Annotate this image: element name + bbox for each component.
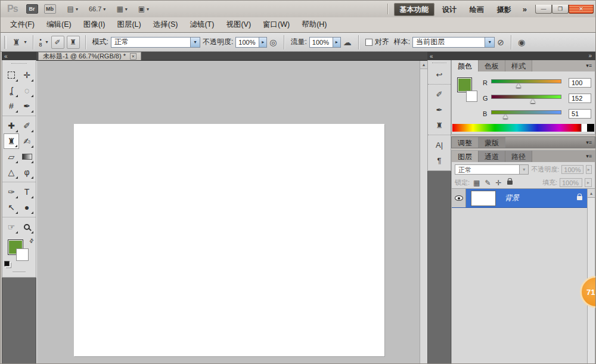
channel-value-R[interactable]: 100 [569, 78, 591, 88]
history-panel-icon[interactable]: ↩ [428, 67, 451, 82]
arrange-documents-button[interactable]: ▦ ▾ [116, 5, 127, 13]
menu-item-0[interactable]: 文件(F) [4, 17, 41, 32]
channel-slider-B[interactable] [491, 108, 561, 119]
workspace-button-3[interactable]: 摄影 [492, 4, 517, 15]
brush-panel-icon[interactable]: ✐ [428, 86, 451, 102]
menu-item-3[interactable]: 图层(L) [111, 17, 147, 32]
layer-blend-mode-select[interactable]: 正常 ▾ [455, 164, 529, 175]
tab-0-color-tabs[interactable]: 颜色 [452, 60, 479, 71]
panel-menu-icon[interactable]: ▾≡ [583, 60, 595, 71]
brush-preset-picker[interactable]: • 8 [39, 38, 42, 47]
blur-tool[interactable]: △ [4, 164, 19, 180]
lock-all-icon[interactable] [507, 181, 513, 185]
type-tool[interactable]: T [19, 184, 35, 200]
workspace-button-1[interactable]: 设计 [437, 4, 462, 15]
screen-mode-button[interactable]: ▣ ▾ [138, 5, 149, 13]
layer-row-background[interactable]: 背景 [452, 189, 587, 208]
menu-item-8[interactable]: 帮助(H) [296, 17, 333, 32]
pressure-size-icon[interactable]: ◉ [518, 38, 525, 47]
history-brush-tool[interactable]: ✍ [19, 133, 35, 149]
minimize-button[interactable]: — [535, 5, 552, 14]
tab-2-color-tabs[interactable]: 样式 [505, 60, 532, 71]
lock-transparency-icon[interactable]: ▦ [473, 179, 480, 187]
tab-masks[interactable]: 蒙版 [479, 137, 505, 148]
opacity-field[interactable]: 100% ▸ [235, 37, 267, 48]
pen-tool[interactable]: ✑ [4, 184, 19, 200]
lasso-tool[interactable]: ʆ [4, 83, 19, 98]
background-color-swatch[interactable] [466, 91, 477, 102]
channel-slider-G[interactable] [491, 93, 561, 104]
workspace-button-2[interactable]: 绘画 [464, 4, 489, 15]
minibridge-launch-button[interactable]: Mb [44, 4, 56, 14]
restore-button[interactable]: ❐ [552, 5, 569, 14]
close-button[interactable]: ✕ [569, 5, 594, 14]
close-icon[interactable]: ✕ [130, 53, 136, 60]
fill-value[interactable]: 100% [560, 178, 582, 187]
document-tab[interactable]: 未标题-1 @ 66.7%(RGB/8) * ✕ [38, 52, 141, 60]
default-colors-icon[interactable] [4, 261, 10, 266]
ellipse-tool[interactable]: ● [19, 200, 35, 215]
menu-item-4[interactable]: 选择(S) [147, 17, 184, 32]
layer-thumbnail[interactable] [471, 191, 496, 206]
lock-paint-icon[interactable]: ✎ [485, 179, 491, 187]
layer-opacity-value[interactable]: 100% [561, 165, 583, 174]
panels-header[interactable]: » [451, 52, 595, 60]
panel-launcher-button[interactable]: ▤ ▾ [67, 5, 78, 13]
canvas[interactable] [74, 124, 384, 356]
tab-2-layers-tabs[interactable]: 路径 [505, 151, 532, 162]
gradient-tool[interactable] [19, 149, 35, 164]
tool-presets-panel-icon[interactable]: ✒ [428, 102, 451, 117]
flow-field[interactable]: 100% ▸ [309, 37, 341, 48]
aligned-checkbox[interactable] [365, 39, 372, 46]
zoom-level-control[interactable]: 66.7 ▾ [89, 5, 105, 13]
paragraph-panel-icon[interactable]: ¶ [428, 153, 451, 168]
scroll-up-icon[interactable]: ▴ [588, 189, 595, 198]
airbrush-toggle-icon[interactable]: ☁ [343, 38, 352, 47]
tab-adjustments[interactable]: 调整 [452, 137, 479, 148]
white-swatch[interactable] [581, 124, 587, 132]
spot-healing-brush-tool[interactable]: ✚ [4, 118, 19, 133]
tools-panel-header[interactable]: « [2, 52, 36, 60]
document-scrollbar[interactable]: ▴ [420, 61, 427, 364]
menu-item-6[interactable]: 视图(V) [220, 17, 257, 32]
workspace-button-0[interactable]: 基本功能 [394, 3, 434, 16]
clone-source-panel-icon[interactable]: ♜ [428, 117, 451, 133]
pressure-opacity-icon[interactable]: ◎ [269, 38, 277, 47]
hand-tool[interactable]: ☞ [4, 219, 19, 235]
toggle-brush-panel-button[interactable]: ✐ [51, 36, 64, 49]
panel-menu-icon[interactable]: ▾≡ [583, 137, 595, 148]
scroll-up-icon[interactable]: ▴ [420, 61, 427, 69]
clone-stamp-tool[interactable]: ♜ [4, 133, 19, 149]
move-tool[interactable]: ✛ [19, 67, 35, 83]
dock-header[interactable]: « [427, 52, 451, 60]
channel-slider-R[interactable] [491, 77, 561, 88]
black-swatch[interactable] [587, 124, 594, 132]
blend-mode-select[interactable]: 正常 ▾ [111, 37, 200, 48]
tab-1-layers-tabs[interactable]: 通道 [479, 151, 505, 162]
tool-preset-picker[interactable]: ♜ ▾ [10, 38, 29, 47]
workspace-overflow-button[interactable]: » [523, 5, 527, 14]
channel-thumb-R[interactable] [516, 83, 521, 88]
sample-select[interactable]: 当前图层 ▾ [412, 37, 495, 48]
menu-item-7[interactable]: 窗口(W) [257, 17, 296, 32]
character-panel-icon[interactable]: A| [428, 137, 451, 153]
channel-thumb-G[interactable] [530, 99, 535, 103]
menu-item-2[interactable]: 图像(I) [77, 17, 111, 32]
path-selection-tool[interactable]: ↖ [4, 200, 19, 215]
lock-position-icon[interactable]: ✛ [495, 179, 501, 187]
channel-value-G[interactable]: 152 [569, 94, 591, 103]
brush-tool[interactable]: ✐ [19, 118, 35, 133]
ignore-adjustment-layers-icon[interactable]: ⊘ [497, 38, 504, 47]
menu-item-5[interactable]: 滤镜(T) [184, 17, 220, 32]
tab-0-layers-tabs[interactable]: 图层 [452, 151, 479, 162]
panel-menu-icon[interactable]: ▾≡ [583, 151, 595, 162]
eyedropper-tool[interactable]: ✒ [19, 98, 35, 114]
crop-tool[interactable]: # [4, 98, 19, 114]
visibility-toggle[interactable] [452, 189, 466, 207]
dodge-tool[interactable]: φ [19, 164, 35, 180]
bridge-launch-button[interactable]: Br [26, 4, 38, 14]
zoom-tool[interactable] [19, 219, 35, 235]
swap-colors-icon[interactable]: ⇄ [28, 237, 35, 244]
channel-thumb-B[interactable] [503, 114, 508, 119]
toggle-clone-source-panel-button[interactable]: ♜ [67, 36, 80, 49]
